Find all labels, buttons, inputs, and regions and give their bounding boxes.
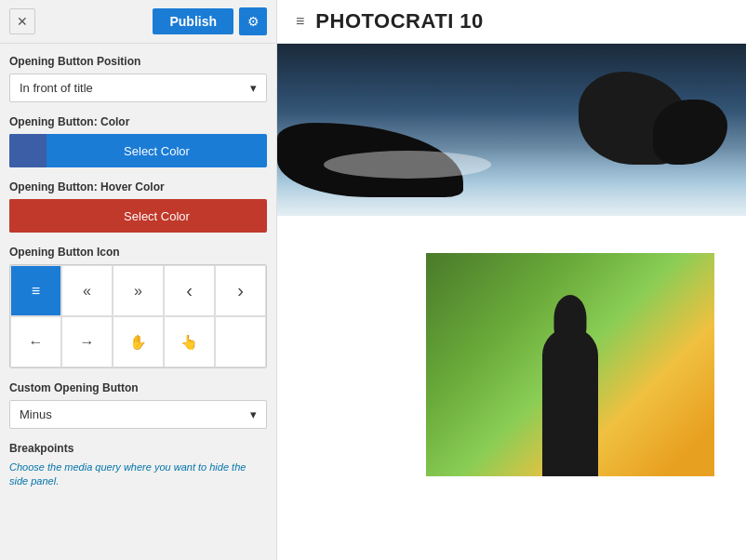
icon-chevron-right-double[interactable]: »	[113, 265, 164, 316]
gear-button[interactable]: ⚙	[239, 7, 267, 35]
custom-button-section: Custom Opening Button Minus ▾	[9, 381, 267, 429]
color-swatch	[9, 134, 47, 167]
gear-icon: ⚙	[247, 14, 260, 29]
chevron-down-icon-2: ▾	[250, 407, 257, 421]
icon-section: Opening Button Icon ≡ « » ‹ › ← → ✋ 👆	[9, 246, 267, 368]
icon-empty[interactable]	[215, 316, 266, 367]
site-content	[277, 44, 746, 560]
icon-hand-pointer[interactable]: 👆	[164, 316, 215, 367]
position-label: Opening Button Position	[9, 55, 267, 68]
hover-color-button[interactable]: Select Color	[9, 199, 267, 233]
chevron-down-icon: ▾	[250, 81, 257, 95]
settings-panel: ✕ Publish ⚙ Opening Button Position In f…	[0, 0, 277, 560]
hover-color-button-label: Select Color	[47, 209, 267, 223]
custom-button-label: Custom Opening Button	[9, 381, 267, 394]
color-label: Opening Button: Color	[9, 115, 267, 128]
hamburger-icon[interactable]: ≡	[296, 13, 304, 30]
position-dropdown[interactable]: In front of title ▾	[9, 73, 267, 102]
hero-image	[277, 44, 746, 216]
icon-arrow-left[interactable]: ←	[10, 316, 61, 367]
site-header: ≡ PHOTOCRATI 10	[277, 0, 746, 44]
position-section: Opening Button Position In front of titl…	[9, 55, 267, 102]
icon-chevron-left[interactable]: ‹	[164, 265, 215, 316]
wave-decoration	[324, 151, 491, 179]
icon-grid: ≡ « » ‹ › ← → ✋ 👆	[9, 264, 267, 368]
site-title: PHOTOCRATI 10	[315, 9, 484, 33]
icon-section-label: Opening Button Icon	[9, 246, 267, 259]
breakpoints-section: Breakpoints Choose the media query where…	[9, 442, 267, 489]
photo-image	[426, 253, 714, 476]
custom-button-dropdown[interactable]: Minus ▾	[9, 400, 267, 429]
panel-topbar: ✕ Publish ⚙	[0, 0, 276, 44]
photo-card	[426, 253, 714, 476]
position-value: In front of title	[20, 81, 93, 95]
girl-head	[554, 295, 587, 341]
rock-decoration-2	[653, 100, 727, 165]
panel-content: Opening Button Position In front of titl…	[0, 44, 276, 500]
icon-chevron-right[interactable]: ›	[215, 265, 266, 316]
girl-silhouette	[542, 327, 598, 476]
color-button-label: Select Color	[47, 144, 267, 158]
icon-arrow-right[interactable]: →	[61, 316, 113, 367]
breakpoints-info: Choose the media query where you want to…	[9, 460, 267, 489]
close-icon: ✕	[17, 14, 28, 29]
icon-hand-open[interactable]: ✋	[113, 316, 164, 367]
icon-chevron-left-double[interactable]: «	[61, 265, 113, 316]
color-button[interactable]: Select Color	[9, 134, 267, 167]
hover-color-label: Opening Button: Hover Color	[9, 180, 267, 193]
publish-button[interactable]: Publish	[153, 8, 233, 34]
breakpoints-label: Breakpoints	[9, 442, 267, 455]
preview-panel: ≡ PHOTOCRATI 10	[277, 0, 746, 560]
hover-color-section: Opening Button: Hover Color Select Color	[9, 180, 267, 233]
content-spacer-1	[277, 216, 746, 253]
color-section: Opening Button: Color Select Color	[9, 115, 267, 167]
close-button[interactable]: ✕	[9, 8, 35, 34]
icon-menu-lines[interactable]: ≡	[10, 265, 61, 316]
custom-button-value: Minus	[20, 407, 52, 421]
hover-color-swatch	[9, 199, 47, 233]
